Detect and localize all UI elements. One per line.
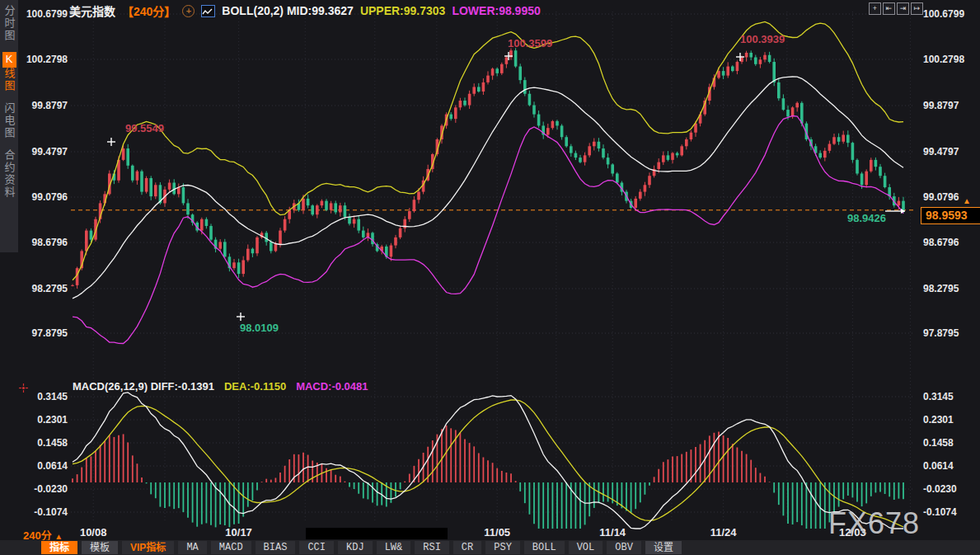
swing-price-annotation: 99.5549 <box>125 122 164 134</box>
macd-header: MACD(26,12,9) DIFF:-0.1391 DEA:-0.1150 M… <box>73 380 368 393</box>
price-axis-label-right: 97.8795 <box>923 327 966 339</box>
indicator-button-MACD[interactable]: MACD <box>211 541 251 554</box>
indicator-button-BOLL[interactable]: BOLL <box>524 541 565 554</box>
indicator-button-VOL[interactable]: VOL <box>569 541 603 554</box>
indicator-button-VIP指标[interactable]: VIP指标 <box>122 541 174 554</box>
chart-type-sidebar: 分时图 K线图 闪电图 合约资料 <box>0 0 18 252</box>
date-axis-label: 11/24 <box>710 526 737 539</box>
candlestick-chart-canvas[interactable] <box>0 0 980 555</box>
price-axis-label-left: 98.2795 <box>25 283 68 294</box>
timeframe-label: 【240分】 <box>122 2 176 19</box>
indicator-button-CCI[interactable]: CCI <box>299 541 334 554</box>
indicator-button-MA[interactable]: MA <box>178 541 206 554</box>
price-axis-label-left: 99.0796 <box>25 191 68 203</box>
indicator-button-模板[interactable]: 模板 <box>82 541 118 554</box>
kline-tab-head: K <box>2 52 16 68</box>
price-axis-label-left: 98.6796 <box>25 237 68 248</box>
date-axis-label: 10/17 <box>225 526 252 539</box>
price-axis-label-right: 99.0796 <box>923 191 966 203</box>
fx678-watermark: FX678 <box>828 506 920 541</box>
macd-axis-label-left: -0.0230 <box>25 483 68 495</box>
swing-price-annotation: 98.9426 <box>847 212 886 224</box>
price-axis-label-left: 97.8795 <box>25 327 68 339</box>
indicator-button-KDJ[interactable]: KDJ <box>338 541 373 554</box>
sidebar-tab-time-chart[interactable]: 分时图 <box>3 5 16 42</box>
indicator-button-设置[interactable]: 设置 <box>645 541 682 554</box>
date-axis-label: 11/05 <box>484 526 510 539</box>
kline-tab-tail: 线图 <box>3 68 16 92</box>
symbol-name: 美元指数 <box>69 2 115 19</box>
last-price-box: 98.9593 <box>921 207 980 224</box>
chart-application-window: 分时图 K线图 闪电图 合约资料 美元指数【240分】 + BOLL(20,2)… <box>0 0 980 555</box>
price-axis-label-right: 98.6796 <box>923 237 966 248</box>
sidebar-tab-kline-chart[interactable]: K线图 <box>3 52 16 92</box>
date-axis-label: 10/08 <box>80 526 107 539</box>
macd-axis-label-left: 0.1458 <box>25 437 68 449</box>
date-axis-label: 11/14 <box>599 526 626 539</box>
swing-price-annotation: 100.3599 <box>508 37 552 49</box>
macd-hist-value: MACD:-0.0481 <box>296 380 368 393</box>
crosshair-tool-icon[interactable]: + <box>869 2 881 15</box>
zoom-plus-icon[interactable]: + <box>182 5 195 17</box>
swing-price-annotation: 100.3939 <box>740 33 785 45</box>
macd-axis-label-right: 0.2301 <box>923 414 966 426</box>
price-axis-label-right: 99.8797 <box>923 100 966 111</box>
indicator-button-PSY[interactable]: PSY <box>485 541 520 554</box>
price-axis-label-right: 100.6799 <box>923 8 966 20</box>
indicator-button-OBV[interactable]: OBV <box>607 541 641 554</box>
indicator-button-LW&[interactable]: LW& <box>377 541 411 554</box>
macd-dea-value: DEA:-0.1150 <box>224 380 286 393</box>
sidebar-tab-contract-info[interactable]: 合约资料 <box>3 149 16 199</box>
boll-upper-value: UPPER:99.7303 <box>360 4 446 17</box>
macd-axis-label-right: 0.3145 <box>923 391 966 402</box>
boll-lower-value: LOWER:98.9950 <box>452 4 540 17</box>
scale-left-tool-icon[interactable]: ⇤ <box>883 2 895 15</box>
price-axis-label-left: 100.6799 <box>25 8 68 20</box>
indicator-button-BIAS[interactable]: BIAS <box>256 541 296 554</box>
indicator-button-RSI[interactable]: RSI <box>415 541 449 554</box>
price-up-arrow-icon: ▲ <box>963 197 971 205</box>
macd-axis-label-left: 0.0614 <box>25 460 68 472</box>
scale-right-tool-icon[interactable]: ⇥ <box>897 2 909 15</box>
shift-right-tool-icon[interactable]: ↦ <box>911 2 923 15</box>
swing-price-annotation: 98.0109 <box>240 322 279 334</box>
macd-axis-label-left: 0.3145 <box>25 391 68 402</box>
chart-tool-buttons: + ⇤ ⇥ ↦ <box>869 2 923 15</box>
indicator-chart-icon[interactable] <box>201 5 215 17</box>
indicator-button-CR[interactable]: CR <box>453 541 481 554</box>
chart-header: 美元指数【240分】 + BOLL(20,2) MID:99.3627 UPPE… <box>69 2 541 19</box>
price-axis-label-left: 99.4797 <box>25 146 68 158</box>
macd-axis-label-right: -0.1074 <box>923 506 966 518</box>
macd-settings-icon[interactable] <box>19 381 28 390</box>
price-axis-label-left: 99.8797 <box>25 100 68 111</box>
sidebar-tab-flash-chart[interactable]: 闪电图 <box>3 102 16 139</box>
macd-axis-label-left: 0.2301 <box>25 414 68 426</box>
indicator-button-指标[interactable]: 指标 <box>41 541 77 554</box>
indicator-toolbar: 指标模板VIP指标MAMACDBIASCCIKDJLW&RSICRPSYBOLL… <box>0 540 980 555</box>
price-axis-label-right: 100.2798 <box>923 54 966 65</box>
price-axis-label-right: 98.2795 <box>923 283 966 294</box>
macd-axis-label-right: 0.0614 <box>923 460 966 472</box>
macd-axis-label-right: 0.1458 <box>923 437 966 449</box>
price-axis-label-right: 99.4797 <box>923 146 966 158</box>
redaction-box <box>306 528 448 539</box>
macd-params-label: MACD(26,12,9) DIFF:-0.1391 <box>73 380 214 393</box>
boll-label: BOLL(20,2) MID:99.3627 <box>222 4 354 17</box>
macd-axis-label-right: -0.0230 <box>923 483 966 495</box>
price-axis-label-left: 100.2798 <box>25 54 68 65</box>
macd-axis-label-left: -0.1074 <box>25 506 68 518</box>
